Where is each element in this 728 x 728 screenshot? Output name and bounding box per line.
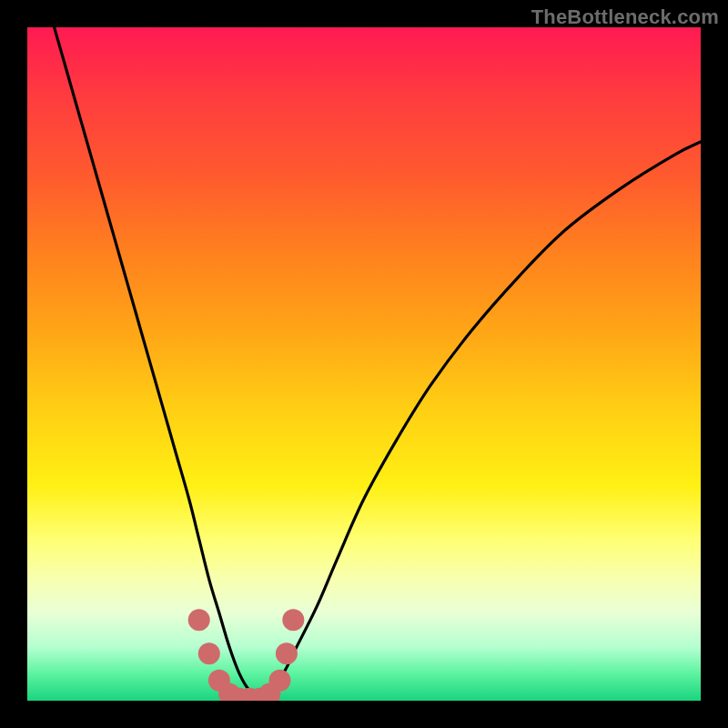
optimal-marker-dot bbox=[198, 642, 220, 664]
optimal-marker-dot bbox=[188, 609, 210, 631]
bottleneck-curve-path bbox=[55, 27, 701, 697]
optimal-marker-dot bbox=[269, 670, 291, 692]
chart-container: TheBottleneck.com bbox=[0, 0, 728, 728]
plot-area bbox=[27, 27, 701, 701]
curve-svg bbox=[27, 27, 701, 701]
optimal-marker-dot bbox=[282, 609, 304, 631]
watermark-label: TheBottleneck.com bbox=[531, 5, 719, 29]
optimal-marker-dot bbox=[276, 642, 298, 664]
